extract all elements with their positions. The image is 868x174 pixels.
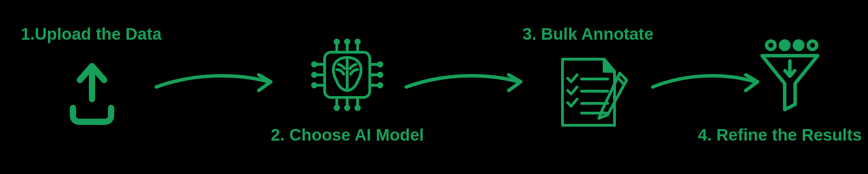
svg-point-32	[767, 41, 775, 49]
workflow-diagram: 1.Upload the Data	[0, 0, 868, 174]
svg-point-34	[794, 41, 803, 49]
svg-line-31	[617, 77, 623, 84]
svg-point-9	[335, 106, 339, 110]
arrow-right-icon	[403, 63, 528, 101]
svg-point-25	[378, 84, 382, 87]
arrow-right-icon	[153, 63, 278, 101]
svg-point-35	[808, 41, 817, 49]
svg-point-23	[378, 73, 382, 77]
svg-point-15	[312, 63, 316, 66]
svg-point-19	[312, 84, 316, 87]
step2-label: 2. Choose AI Model	[271, 125, 424, 144]
svg-point-33	[781, 41, 789, 49]
upload-icon	[62, 56, 122, 125]
svg-point-5	[345, 40, 349, 44]
step3-label: 3. Bulk Annotate	[523, 24, 653, 44]
funnel-filter-icon	[752, 37, 828, 113]
step1-label: 1.Upload the Data	[21, 24, 161, 44]
svg-point-21	[378, 63, 382, 66]
svg-point-3	[335, 40, 339, 44]
arrow-right-icon	[649, 63, 764, 101]
ai-chip-brain-icon	[309, 37, 385, 113]
svg-point-7	[356, 40, 359, 44]
step4-label: 4. Refine the Results	[698, 125, 862, 144]
annotate-document-icon	[552, 52, 632, 132]
svg-point-13	[356, 106, 359, 110]
svg-point-11	[345, 106, 349, 110]
svg-point-17	[312, 73, 316, 77]
